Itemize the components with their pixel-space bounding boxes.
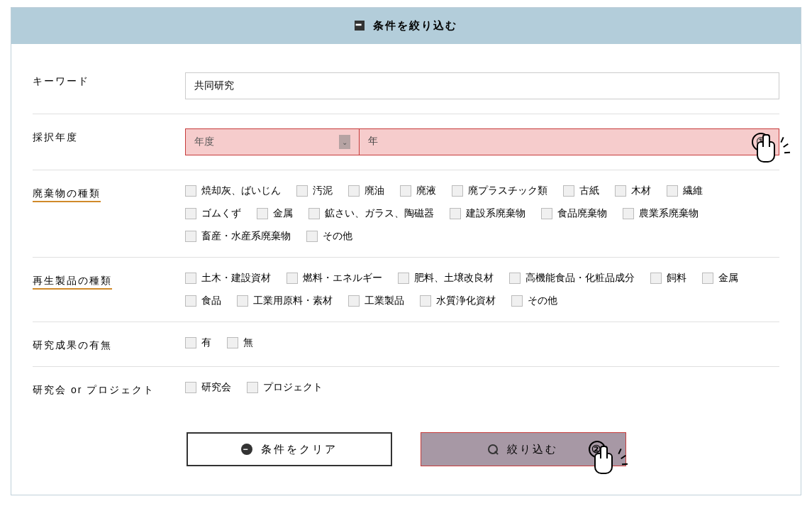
checkbox-item[interactable]: 工業用原料・素材 — [237, 295, 333, 307]
checkbox-icon — [348, 295, 360, 307]
checkbox-item[interactable]: 畜産・水産系廃棄物 — [185, 230, 291, 243]
checkbox-label: 工業製品 — [365, 295, 404, 307]
year-suffix: 年 — [368, 135, 378, 146]
header-title: 条件を絞り込む — [373, 19, 457, 31]
checkbox-label: 汚泥 — [313, 185, 333, 197]
checkbox-icon — [563, 185, 574, 197]
checkbox-icon — [185, 337, 196, 348]
checkbox-icon — [509, 273, 521, 284]
checkbox-item[interactable]: 廃油 — [348, 185, 384, 197]
checkbox-item[interactable]: その他 — [511, 295, 557, 307]
clear-button[interactable]: − 条件をクリア — [187, 432, 392, 466]
checkbox-item[interactable]: 水質浄化資材 — [420, 295, 496, 307]
checkbox-label: 無 — [243, 336, 253, 349]
checkbox-item[interactable]: 木材 — [615, 185, 651, 197]
checkbox-icon — [296, 185, 308, 197]
checkbox-icon — [400, 185, 411, 197]
checkbox-label: 木材 — [631, 185, 651, 197]
checkbox-item[interactable]: 繊維 — [667, 185, 703, 197]
checkbox-item[interactable]: 廃プラスチック類 — [452, 185, 547, 197]
checkbox-label: 廃油 — [365, 185, 384, 197]
waste-label: 廃棄物の種類 — [33, 185, 185, 200]
checkbox-item[interactable]: 廃液 — [400, 185, 436, 197]
project-checks: 研究会プロジェクト — [185, 381, 779, 394]
checkbox-icon — [185, 273, 196, 284]
results-label: 研究成果の有無 — [33, 336, 185, 352]
checkbox-item[interactable]: 焼却灰、ばいじん — [185, 185, 281, 197]
checkbox-icon — [623, 208, 634, 219]
checkbox-item[interactable]: 食品 — [185, 295, 221, 307]
checkbox-label: 肥料、土壌改良材 — [414, 272, 494, 285]
clear-button-label: 条件をクリア — [261, 443, 338, 456]
year-select-placeholder: 年度 — [194, 136, 214, 148]
checkbox-icon — [247, 382, 258, 393]
filter-header[interactable]: ━ 条件を絞り込む — [11, 8, 801, 44]
checkbox-item[interactable]: 古紙 — [563, 185, 599, 197]
checkbox-item[interactable]: 高機能食品・化粧品成分 — [509, 272, 635, 285]
year-select[interactable]: 年度 ⌄ — [186, 129, 360, 155]
checkbox-item[interactable]: 研究会 — [185, 381, 231, 394]
checkbox-item[interactable]: 農業系廃棄物 — [623, 207, 699, 220]
keyword-label: キーワード — [33, 72, 185, 88]
checkbox-icon — [185, 231, 196, 242]
checkbox-label: 水質浄化資材 — [436, 295, 496, 307]
minus-icon: − — [241, 444, 252, 455]
checkbox-item[interactable]: 飼料 — [650, 272, 686, 285]
checkbox-item[interactable]: 土木・建設資材 — [185, 272, 271, 285]
checkbox-item[interactable]: 燃料・エネルギー — [287, 272, 382, 285]
annotation-marker-1: ① — [752, 133, 770, 151]
checkbox-icon — [308, 208, 320, 219]
keyword-input[interactable] — [185, 72, 779, 99]
checkbox-label: 古紙 — [579, 185, 599, 197]
waste-checks-row1: 焼却灰、ばいじん汚泥廃油廃液廃プラスチック類古紙木材繊維 — [185, 185, 779, 197]
checkbox-item[interactable]: 工業製品 — [348, 295, 404, 307]
checkbox-label: 廃液 — [416, 185, 436, 197]
checkbox-item[interactable]: 建設系廃棄物 — [450, 207, 525, 220]
checkbox-label: 高機能食品・化粧品成分 — [525, 272, 635, 285]
checkbox-item[interactable]: 無 — [227, 336, 253, 349]
checkbox-label: 研究会 — [201, 381, 231, 394]
checkbox-label: 燃料・エネルギー — [303, 272, 382, 285]
checkbox-label: その他 — [528, 295, 557, 307]
checkbox-item[interactable]: 金属 — [257, 207, 293, 220]
checkbox-label: ゴムくず — [201, 207, 241, 220]
checkbox-icon — [702, 273, 713, 284]
checkbox-icon — [615, 185, 626, 197]
checkbox-label: その他 — [323, 230, 352, 243]
checkbox-item[interactable]: 肥料、土壌改良材 — [398, 272, 494, 285]
checkbox-icon — [650, 273, 662, 284]
checkbox-label: 繊維 — [683, 185, 703, 197]
checkbox-icon — [348, 185, 360, 197]
checkbox-label: 焼却灰、ばいじん — [201, 185, 281, 197]
checkbox-icon — [185, 382, 196, 393]
checkbox-item[interactable]: 食品廃棄物 — [541, 207, 607, 220]
collapse-icon: ━ — [355, 21, 365, 31]
chevron-down-icon: ⌄ — [339, 135, 350, 149]
checkbox-icon — [227, 337, 238, 348]
checkbox-icon — [306, 231, 318, 242]
checkbox-item[interactable]: 鉱さい、ガラス、陶磁器 — [308, 207, 434, 220]
checkbox-item[interactable]: その他 — [306, 230, 352, 243]
filter-button-label: 絞り込む — [507, 443, 558, 456]
checkbox-item[interactable]: プロジェクト — [247, 381, 323, 394]
year-group: 年度 ⌄ 年 ① — [185, 128, 779, 155]
checkbox-icon — [287, 273, 298, 284]
checkbox-item[interactable]: ゴムくず — [185, 207, 241, 220]
checkbox-item[interactable]: 有 — [185, 336, 211, 349]
checkbox-item[interactable]: 汚泥 — [296, 185, 333, 197]
checkbox-label: 金属 — [273, 207, 293, 220]
checkbox-icon — [667, 185, 678, 197]
checkbox-label: 農業系廃棄物 — [639, 207, 699, 220]
checkbox-label: 土木・建設資材 — [201, 272, 271, 285]
waste-checks-row2: ゴムくず金属鉱さい、ガラス、陶磁器建設系廃棄物食品廃棄物農業系廃棄物 — [185, 207, 779, 220]
search-icon — [488, 444, 499, 455]
year-label: 採択年度 — [33, 128, 185, 144]
checkbox-icon — [541, 208, 552, 219]
checkbox-icon — [185, 295, 196, 307]
checkbox-label: 鉱さい、ガラス、陶磁器 — [325, 207, 434, 220]
annotation-marker-2: ② — [589, 441, 606, 458]
checkbox-item[interactable]: 金属 — [702, 272, 738, 285]
results-checks: 有無 — [185, 336, 779, 349]
checkbox-label: 建設系廃棄物 — [466, 207, 525, 220]
filter-button[interactable]: 絞り込む ② — [421, 432, 626, 466]
